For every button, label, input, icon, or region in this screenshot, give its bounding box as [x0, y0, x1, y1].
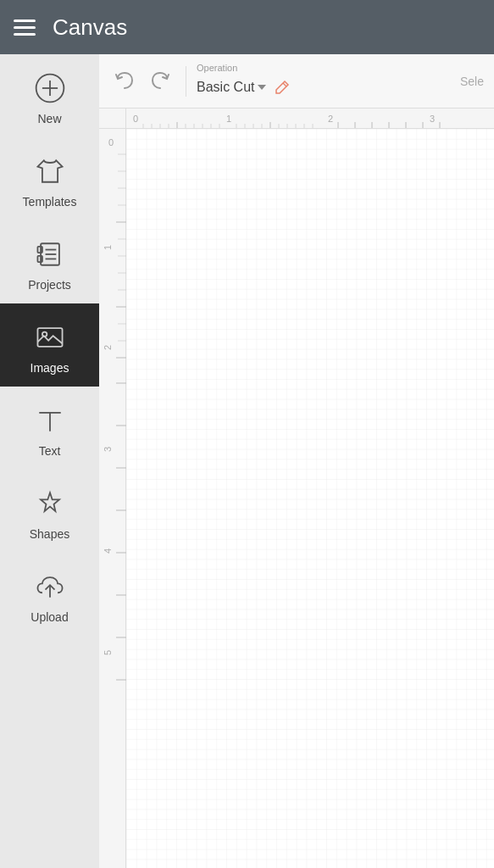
sidebar-item-text-label: Text: [39, 444, 61, 458]
plus-circle-icon: [31, 70, 69, 107]
sidebar-item-shapes[interactable]: Shapes: [0, 470, 99, 553]
canvas-body: 0 1 2 3 4 5: [99, 129, 494, 868]
svg-rect-4: [37, 247, 42, 253]
svg-line-15: [283, 83, 286, 86]
sidebar: New Templates: [0, 54, 99, 868]
svg-text:0: 0: [133, 114, 138, 124]
svg-text:5: 5: [103, 650, 113, 655]
menu-button[interactable]: [14, 19, 36, 36]
sidebar-item-images[interactable]: Images: [0, 303, 99, 387]
canvas-inner: 0 1 2 3: [99, 108, 494, 868]
operation-label: Operation: [197, 63, 293, 73]
sidebar-item-text[interactable]: Text: [0, 387, 99, 470]
svg-text:3: 3: [430, 114, 435, 124]
ruler-top: 0 1 2 3: [99, 108, 494, 129]
svg-text:0: 0: [108, 137, 114, 147]
content-area: Operation Basic Cut Sele: [99, 54, 494, 868]
svg-text:1: 1: [103, 245, 113, 250]
tshirt-icon: [31, 153, 69, 190]
toolbar-divider: [186, 66, 186, 97]
shapes-icon: [31, 485, 69, 522]
ruler-corner: [99, 108, 126, 129]
sidebar-item-shapes-label: Shapes: [30, 527, 69, 541]
operation-dropdown[interactable]: Basic Cut: [197, 80, 266, 95]
undo-button[interactable]: [109, 66, 140, 97]
undo-redo-group: [109, 66, 175, 97]
select-label: Sele: [460, 75, 484, 88]
grid-svg: [126, 129, 494, 868]
sidebar-item-templates[interactable]: Templates: [0, 137, 99, 220]
main-layout: New Templates: [0, 54, 494, 868]
sidebar-item-upload-label: Upload: [31, 610, 68, 624]
ruler-horizontal: 0 1 2 3: [126, 108, 494, 129]
sidebar-item-templates-label: Templates: [23, 195, 77, 209]
sidebar-item-new-label: New: [37, 112, 61, 125]
sidebar-item-projects-label: Projects: [28, 278, 71, 292]
operation-select-row: Basic Cut: [197, 75, 293, 99]
svg-marker-13: [41, 492, 59, 511]
sidebar-item-new[interactable]: New: [0, 54, 99, 137]
svg-text:2: 2: [328, 114, 333, 124]
canvas-grid[interactable]: [126, 129, 494, 868]
header: Canvas: [0, 0, 494, 54]
upload-icon: [31, 568, 69, 605]
sidebar-item-projects[interactable]: Projects: [0, 220, 99, 303]
ruler-vertical: 0 1 2 3 4 5: [99, 129, 126, 868]
svg-text:1: 1: [226, 114, 231, 124]
text-icon: [31, 402, 69, 439]
images-icon: [31, 319, 69, 356]
operation-group: Operation Basic Cut: [197, 63, 293, 99]
toolbar: Operation Basic Cut Sele: [99, 54, 494, 108]
page-title: Canvas: [53, 14, 127, 41]
svg-text:2: 2: [103, 345, 113, 350]
sidebar-item-upload[interactable]: Upload: [0, 553, 99, 636]
projects-icon: [31, 236, 69, 273]
sidebar-item-images-label: Images: [31, 361, 69, 375]
svg-rect-5: [37, 256, 42, 262]
svg-rect-76: [126, 129, 494, 868]
chevron-down-icon: [258, 85, 266, 90]
edit-button[interactable]: [271, 75, 293, 99]
canvas-wrapper[interactable]: 0 1 2 3: [99, 108, 494, 868]
operation-value: Basic Cut: [197, 80, 254, 95]
svg-text:3: 3: [103, 447, 113, 452]
svg-text:4: 4: [103, 548, 113, 554]
redo-button[interactable]: [145, 66, 175, 97]
